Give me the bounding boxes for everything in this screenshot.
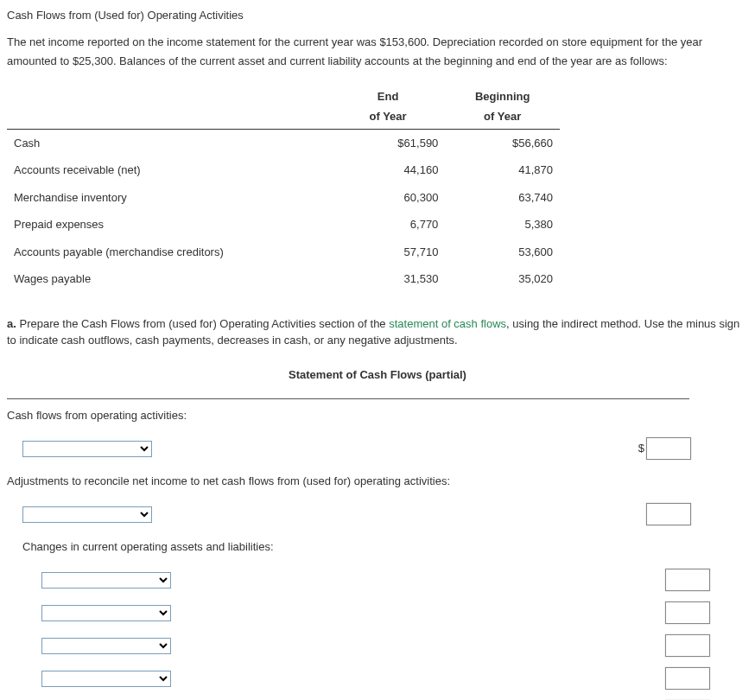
- row-beg: 35,020: [445, 265, 560, 293]
- row-end: 44,160: [331, 156, 446, 184]
- table-row: Cash $61,590 $56,660: [7, 129, 560, 156]
- section-a: a. Prepare the Cash Flows from (used for…: [7, 315, 748, 700]
- input-change-2[interactable]: [665, 601, 710, 624]
- row-beg: 5,380: [445, 211, 560, 239]
- dropdown-net-income[interactable]: [22, 441, 152, 457]
- col-beg-bot: of Year: [445, 106, 560, 129]
- dollar-sign: $: [636, 440, 646, 457]
- input-net-income[interactable]: [646, 437, 691, 460]
- line-cfo-header: Cash flows from operating activities:: [7, 407, 620, 424]
- table-row: Accounts payable (merchandise creditors)…: [7, 239, 560, 266]
- row-beg: $56,660: [445, 129, 560, 156]
- line-changes: Changes in current operating assets and …: [7, 538, 636, 556]
- input-change-4[interactable]: [665, 667, 710, 690]
- row-end: 57,710: [331, 239, 446, 266]
- table-row: Merchandise inventory 60,300 63,740: [7, 184, 560, 212]
- row-label: Wages payable: [7, 265, 331, 293]
- dropdown-change-2[interactable]: [41, 605, 171, 621]
- row-end: 6,770: [331, 211, 446, 239]
- row-label: Prepaid expenses: [7, 211, 331, 239]
- link-statement-of-cash-flows[interactable]: statement of cash flows: [389, 317, 506, 330]
- row-label: Merchandise inventory: [7, 184, 331, 212]
- balances-table: End Beginning of Year of Year Cash $61,5…: [7, 86, 560, 293]
- dropdown-change-3[interactable]: [41, 638, 171, 654]
- line-adjustments: Adjustments to reconcile net income to n…: [7, 473, 620, 490]
- statement-title: Statement of Cash Flows (partial): [7, 366, 748, 384]
- input-change-3[interactable]: [665, 634, 710, 657]
- intro-text: The net income reported on the income st…: [7, 33, 748, 71]
- row-end: 60,300: [331, 184, 446, 212]
- row-end: $61,590: [331, 129, 446, 156]
- col-end-top: End: [331, 86, 446, 107]
- col-end-bot: of Year: [331, 106, 446, 129]
- row-label: Accounts receivable (net): [7, 156, 331, 184]
- part-a-text1: Prepare the Cash Flows from (used for) O…: [16, 317, 389, 330]
- row-end: 31,530: [331, 265, 446, 293]
- input-change-1[interactable]: [665, 569, 710, 591]
- table-row: Wages payable 31,530 35,020: [7, 265, 560, 293]
- dropdown-change-4[interactable]: [41, 671, 171, 687]
- row-label: Accounts payable (merchandise creditors): [7, 239, 331, 266]
- dropdown-change-1[interactable]: [41, 572, 171, 589]
- dropdown-depreciation[interactable]: [22, 506, 152, 523]
- page-title: Cash Flows from (Used for) Operating Act…: [7, 7, 748, 24]
- col-beg-top: Beginning: [445, 86, 560, 107]
- worksheet: Cash flows from operating activities: $ …: [7, 398, 689, 700]
- row-beg: 63,740: [445, 184, 560, 212]
- row-label: Cash: [7, 129, 331, 156]
- table-row: Accounts receivable (net) 44,160 41,870: [7, 156, 560, 184]
- row-beg: 41,870: [445, 156, 560, 184]
- input-depreciation[interactable]: [646, 503, 691, 525]
- row-beg: 53,600: [445, 239, 560, 266]
- table-row: Prepaid expenses 6,770 5,380: [7, 211, 560, 239]
- part-a-label: a.: [7, 317, 16, 330]
